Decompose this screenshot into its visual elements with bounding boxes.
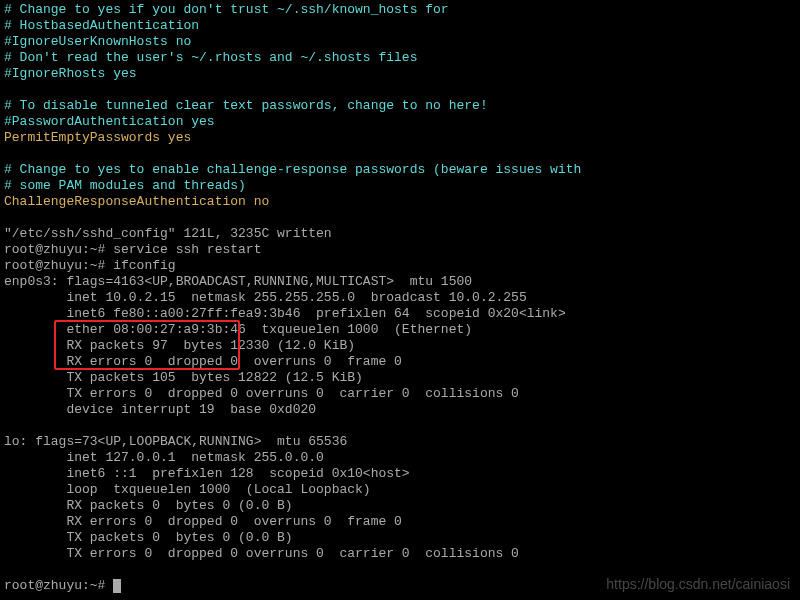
ifconfig-line: RX errors 0 dropped 0 overruns 0 frame 0 xyxy=(4,354,402,369)
blank-line xyxy=(4,146,12,161)
ifconfig-line: inet 127.0.0.1 netmask 255.0.0.0 xyxy=(4,450,324,465)
blank-line xyxy=(4,210,12,225)
ifconfig-line: inet6 ::1 prefixlen 128 scopeid 0x10<hos… xyxy=(4,466,410,481)
config-directive: PermitEmptyPasswords yes xyxy=(4,130,191,145)
watermark-text: https://blog.csdn.net/cainiaosi xyxy=(606,576,790,592)
ifconfig-line: inet6 fe80::a00:27ff:fea9:3b46 prefixlen… xyxy=(4,306,566,321)
ifconfig-line: RX packets 97 bytes 12330 (12.0 KiB) xyxy=(4,338,355,353)
prompt-line[interactable]: root@zhuyu:~# xyxy=(4,578,121,593)
config-comment: #PasswordAuthentication yes xyxy=(4,114,215,129)
ifconfig-line: enp0s3: flags=4163<UP,BROADCAST,RUNNING,… xyxy=(4,274,472,289)
blank-line xyxy=(4,562,12,577)
ifconfig-line: device interrupt 19 base 0xd020 xyxy=(4,402,316,417)
ifconfig-line: TX errors 0 dropped 0 overruns 0 carrier… xyxy=(4,546,519,561)
config-directive: ChallengeResponseAuthentication no xyxy=(4,194,269,209)
config-comment: # Change to yes if you don't trust ~/.ss… xyxy=(4,2,449,17)
config-comment: #IgnoreUserKnownHosts no xyxy=(4,34,191,49)
blank-line xyxy=(4,418,12,433)
ifconfig-line: lo: flags=73<UP,LOOPBACK,RUNNING> mtu 65… xyxy=(4,434,347,449)
ifconfig-line: TX packets 0 bytes 0 (0.0 B) xyxy=(4,530,293,545)
ifconfig-line: TX packets 105 bytes 12822 (12.5 KiB) xyxy=(4,370,363,385)
ifconfig-line: loop txqueuelen 1000 (Local Loopback) xyxy=(4,482,371,497)
blank-line xyxy=(4,82,12,97)
ifconfig-line: RX errors 0 dropped 0 overruns 0 frame 0 xyxy=(4,514,402,529)
config-comment: #IgnoreRhosts yes xyxy=(4,66,137,81)
prompt-line: root@zhuyu:~# ifconfig xyxy=(4,258,176,273)
ifconfig-line: RX packets 0 bytes 0 (0.0 B) xyxy=(4,498,293,513)
ifconfig-line: TX errors 0 dropped 0 overruns 0 carrier… xyxy=(4,386,519,401)
config-comment: # Change to yes to enable challenge-resp… xyxy=(4,162,581,177)
prompt-line: root@zhuyu:~# service ssh restart xyxy=(4,242,261,257)
cursor-icon xyxy=(113,579,121,593)
config-comment: # To disable tunneled clear text passwor… xyxy=(4,98,488,113)
config-comment: # some PAM modules and threads) xyxy=(4,178,246,193)
ifconfig-line: inet 10.0.2.15 netmask 255.255.255.0 bro… xyxy=(4,290,527,305)
ifconfig-line: ether 08:00:27:a9:3b:46 txqueuelen 1000 … xyxy=(4,322,472,337)
terminal-output[interactable]: # Change to yes if you don't trust ~/.ss… xyxy=(4,2,796,594)
config-comment: # Don't read the user's ~/.rhosts and ~/… xyxy=(4,50,417,65)
config-comment: # HostbasedAuthentication xyxy=(4,18,199,33)
vim-write-message: "/etc/ssh/sshd_config" 121L, 3235C writt… xyxy=(4,226,332,241)
